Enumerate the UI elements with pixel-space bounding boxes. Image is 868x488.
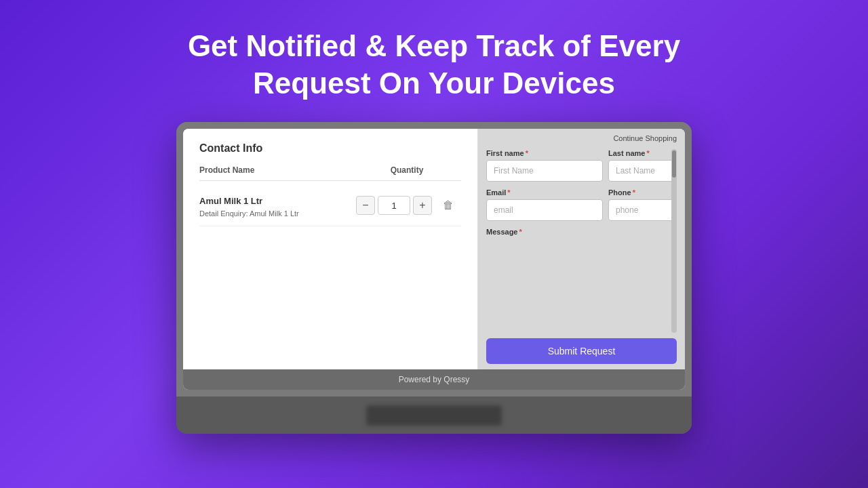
quantity-control: − + 🗑 xyxy=(353,196,461,215)
required-star-phone: * xyxy=(633,188,635,197)
delete-button[interactable]: 🗑 xyxy=(439,196,458,215)
phone-input[interactable] xyxy=(608,199,677,221)
last-name-label: Last name* xyxy=(608,149,677,157)
right-panel: Continue Shopping First name* xyxy=(478,129,685,369)
title-line-1: Get Notified & Keep Track of Every xyxy=(188,29,680,62)
scrollbar[interactable] xyxy=(671,149,677,333)
email-input[interactable] xyxy=(486,199,603,221)
required-star-email: * xyxy=(507,188,510,197)
bottom-area xyxy=(176,396,692,434)
contact-row: Email* Phone* xyxy=(486,188,677,221)
app-window: Contact Info Product Name Quantity Amul … xyxy=(183,129,685,390)
page-title: Get Notified & Keep Track of Every Reque… xyxy=(188,27,680,102)
column-header-product: Product Name xyxy=(199,165,353,175)
quantity-decrease-button[interactable]: − xyxy=(356,196,375,215)
quantity-input[interactable] xyxy=(378,196,410,215)
name-row: First name* Last name* xyxy=(486,149,677,182)
message-partial-label: Message* xyxy=(486,228,677,236)
required-star-message: * xyxy=(519,228,521,236)
email-label: Email* xyxy=(486,188,603,197)
required-star-lastname: * xyxy=(646,149,649,157)
trash-icon: 🗑 xyxy=(443,199,454,211)
phone-label: Phone* xyxy=(608,188,677,197)
contact-info-title: Contact Info xyxy=(199,142,461,155)
bottom-blur-decoration xyxy=(366,405,502,426)
title-line-2: Request On Your Devices xyxy=(253,66,615,100)
left-panel: Contact Info Product Name Quantity Amul … xyxy=(183,129,478,369)
first-name-label: First name* xyxy=(486,149,603,157)
first-name-input[interactable] xyxy=(486,160,603,182)
first-name-group: First name* xyxy=(486,149,603,182)
phone-group: Phone* xyxy=(608,188,677,221)
device-mockup: Contact Info Product Name Quantity Amul … xyxy=(176,122,692,434)
plus-icon: + xyxy=(419,199,425,211)
last-name-input[interactable] xyxy=(608,160,677,182)
scrollbar-thumb xyxy=(672,150,676,178)
footer-bar: Powered by Qressy xyxy=(183,369,685,390)
last-name-group: Last name* xyxy=(608,149,677,182)
product-detail: Detail Enquiry: Amul Milk 1 Ltr xyxy=(199,209,353,219)
form-scroll-area: First name* Last name* xyxy=(486,149,677,333)
table-header: Product Name Quantity xyxy=(199,165,461,181)
submit-request-button[interactable]: Submit Request xyxy=(486,338,677,364)
product-info: Amul Milk 1 Ltr Detail Enquiry: Amul Mil… xyxy=(199,196,353,219)
required-star-firstname: * xyxy=(526,149,528,157)
column-header-quantity: Quantity xyxy=(353,165,461,175)
quantity-increase-button[interactable]: + xyxy=(413,196,432,215)
continue-shopping-link[interactable]: Continue Shopping xyxy=(486,134,677,142)
powered-by-text: Powered by Qressy xyxy=(399,375,470,384)
product-row: Amul Milk 1 Ltr Detail Enquiry: Amul Mil… xyxy=(199,189,461,226)
email-group: Email* xyxy=(486,188,603,221)
product-name: Amul Milk 1 Ltr xyxy=(199,196,353,206)
minus-icon: − xyxy=(362,199,368,211)
app-content: Contact Info Product Name Quantity Amul … xyxy=(183,129,685,369)
mockup-inner: Contact Info Product Name Quantity Amul … xyxy=(176,122,692,396)
